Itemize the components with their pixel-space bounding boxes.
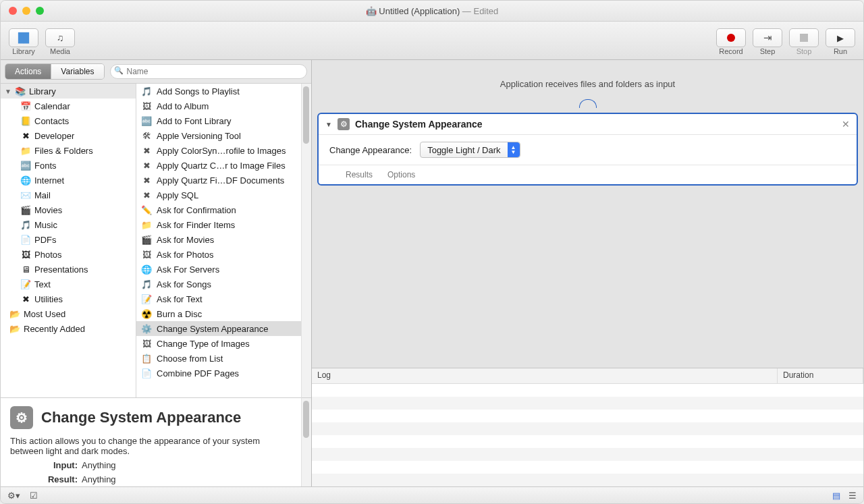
alt-view-icon[interactable]: ☰ — [848, 491, 857, 501]
action-header[interactable]: ▼ ⚙︎ Change System Appearance ✕ — [319, 114, 857, 135]
gear-menu-icon[interactable]: ⚙︎▾ — [7, 491, 20, 501]
search-field[interactable] — [110, 64, 308, 79]
desc-input-key: Input: — [10, 460, 78, 470]
action-scrollbar[interactable] — [301, 84, 311, 397]
action-row[interactable]: ✏️Ask for Confirmation — [136, 202, 301, 217]
log-rows — [312, 384, 863, 486]
tab-actions[interactable]: Actions — [5, 64, 51, 79]
validate-icon[interactable]: ☑︎ — [30, 491, 38, 501]
tree-root[interactable]: ▼📚Library — [1, 84, 136, 99]
tree-item[interactable]: 🖥Presentations — [1, 262, 136, 277]
step-button[interactable]: Step — [753, 28, 782, 55]
tree-item[interactable]: 📄PDFs — [1, 232, 136, 247]
action-row[interactable]: 🔤Add to Font Library — [136, 113, 301, 128]
edited-label: — Edited — [462, 6, 498, 16]
action-row[interactable]: 🖼Ask for Photos — [136, 247, 301, 262]
tree-item[interactable]: 📝Text — [1, 277, 136, 291]
titlebar[interactable]: 🤖 Untitled (Application) — Edited — [1, 1, 863, 22]
popup-value: Toggle Light / Dark — [427, 145, 500, 155]
close-icon[interactable]: ✕ — [842, 119, 850, 130]
desc-result-key: Result: — [10, 474, 78, 484]
action-body: Change Appearance: Toggle Light / Dark ▲… — [319, 135, 857, 165]
action-row[interactable]: ✖︎Apply Quartz Fi…DF Documents — [136, 173, 301, 188]
action-row[interactable]: 🖼Add to Album — [136, 99, 301, 113]
tree-item[interactable]: 📒Contacts — [1, 113, 136, 128]
results-tab[interactable]: Results — [346, 170, 373, 179]
run-icon — [837, 32, 844, 43]
description-title: ⚙︎ Change System Appearance — [10, 406, 292, 429]
minimize-window-button[interactable] — [22, 7, 30, 15]
log-col-duration[interactable]: Duration — [778, 368, 863, 383]
description-body: This action allows you to change the app… — [10, 436, 292, 456]
status-bar: ⚙︎▾ ☑︎ ▤ ☰ — [1, 486, 863, 503]
record-icon — [727, 34, 735, 42]
workflow-input-text: Application receives files and folders a… — [500, 79, 675, 89]
run-button[interactable]: Run — [826, 28, 855, 55]
action-row[interactable]: 📝Ask for Text — [136, 291, 301, 306]
description-panel: ⚙︎ Change System Appearance This action … — [1, 397, 301, 486]
workflow-pane: Application receives files and folders a… — [312, 60, 863, 486]
media-button[interactable]: Media — [45, 28, 75, 55]
step-label: Step — [760, 47, 776, 55]
content: Actions Variables ▼📚Library📅Calendar📒Con… — [1, 60, 863, 486]
tree-item[interactable]: 📁Files & Folders — [1, 143, 136, 158]
action-row[interactable]: ✖︎Apply ColorSyn…rofile to Images — [136, 143, 301, 158]
tree-item[interactable]: 🎬Movies — [1, 202, 136, 217]
category-tree[interactable]: ▼📚Library📅Calendar📒Contacts✖︎Developer📁F… — [1, 84, 136, 397]
desc-input-value: Anything — [82, 460, 116, 470]
action-row[interactable]: 🛠Apple Versioning Tool — [136, 128, 301, 143]
media-icon — [57, 32, 64, 43]
record-button[interactable]: Record — [716, 28, 746, 55]
options-tab[interactable]: Options — [387, 170, 415, 179]
tree-smart-item[interactable]: 📂Recently Added — [1, 321, 136, 336]
gear-icon: ⚙︎ — [338, 118, 350, 130]
appearance-popup[interactable]: Toggle Light / Dark ▲▼ — [420, 142, 520, 158]
disclosure-triangle-icon[interactable]: ▼ — [325, 121, 332, 128]
action-row[interactable]: 🖼Change Type of Images — [136, 336, 301, 351]
workflow-input-header[interactable]: Application receives files and folders a… — [312, 60, 863, 107]
action-row[interactable]: 🌐Ask For Servers — [136, 262, 301, 277]
action-list[interactable]: 🎵Add Songs to Playlist🖼Add to Album🔤Add … — [136, 84, 301, 397]
tree-item[interactable]: 📅Calendar — [1, 99, 136, 113]
action-row[interactable]: ✖︎Apply Quartz C…r to Image Files — [136, 158, 301, 173]
tree-item[interactable]: 🎵Music — [1, 217, 136, 232]
media-label: Media — [50, 47, 70, 55]
action-row[interactable]: 📁Ask for Finder Items — [136, 217, 301, 232]
window-title: 🤖 Untitled (Application) — Edited — [44, 6, 820, 16]
library-label: Library — [12, 47, 35, 55]
library-columns: ▼📚Library📅Calendar📒Contacts✖︎Developer📁F… — [1, 84, 311, 397]
param-label: Change Appearance: — [329, 145, 412, 155]
stop-icon — [800, 34, 808, 42]
workflow-canvas[interactable]: ▼ ⚙︎ Change System Appearance ✕ Change A… — [312, 107, 863, 368]
tab-variables[interactable]: Variables — [51, 64, 103, 79]
tree-smart-item[interactable]: 📂Most Used — [1, 306, 136, 321]
segment-control: Actions Variables — [5, 63, 105, 80]
library-button[interactable]: Library — [9, 28, 38, 55]
action-row[interactable]: 📋Choose from List — [136, 351, 301, 366]
description-scrollbar[interactable] — [301, 397, 311, 486]
tree-item[interactable]: 🌐Internet — [1, 173, 136, 188]
action-row[interactable]: ☢️Burn a Disc — [136, 306, 301, 321]
action-row[interactable]: 🎵Add Songs to Playlist — [136, 84, 301, 99]
zoom-window-button[interactable] — [36, 7, 44, 15]
tree-item[interactable]: ✉️Mail — [1, 188, 136, 202]
action-row[interactable]: 📄Combine PDF Pages — [136, 366, 301, 381]
search-input[interactable] — [110, 64, 308, 79]
action-row[interactable]: 🎵Ask for Songs — [136, 277, 301, 291]
action-row[interactable]: ✖︎Apply SQL — [136, 188, 301, 202]
log-col-log[interactable]: Log — [312, 368, 778, 383]
tree-item[interactable]: 🖼Photos — [1, 247, 136, 262]
action-card[interactable]: ▼ ⚙︎ Change System Appearance ✕ Change A… — [317, 113, 858, 186]
library-icon — [18, 32, 29, 43]
log-header[interactable]: Log Duration — [312, 368, 863, 384]
tree-item[interactable]: ✖︎Utilities — [1, 291, 136, 306]
traffic-lights — [9, 7, 44, 15]
tree-item[interactable]: ✖︎Developer — [1, 128, 136, 143]
action-row[interactable]: 🎬Ask for Movies — [136, 232, 301, 247]
tree-item[interactable]: 🔤Fonts — [1, 158, 136, 173]
log-view-icon[interactable]: ▤ — [832, 491, 840, 501]
toolbar: Library Media Record Step Stop Run — [1, 22, 863, 60]
action-row[interactable]: ⚙️Change System Appearance — [136, 321, 301, 336]
close-window-button[interactable] — [9, 7, 17, 15]
log-panel: Log Duration — [312, 368, 863, 486]
